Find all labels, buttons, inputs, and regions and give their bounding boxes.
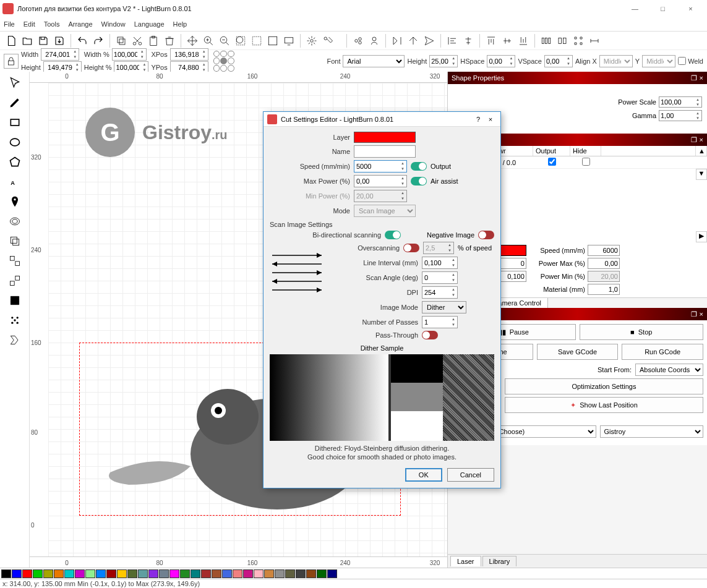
- delete-button[interactable]: [162, 33, 177, 48]
- alignx-select[interactable]: Middle: [599, 55, 633, 67]
- save-gcode-button[interactable]: Save GCode: [537, 344, 619, 360]
- palette-color-0[interactable]: [1, 569, 11, 578]
- paste-button[interactable]: [146, 33, 161, 48]
- dlg-bidir-toggle[interactable]: [385, 231, 401, 239]
- array-tool[interactable]: [6, 312, 24, 329]
- offset-tool[interactable]: [6, 213, 24, 230]
- minimize-button[interactable]: —: [621, 0, 649, 17]
- menu-tools[interactable]: Tools: [44, 20, 60, 28]
- dialog-ok-button[interactable]: OK: [405, 468, 442, 482]
- palette-color-31[interactable]: [327, 569, 337, 578]
- align-bottom-button[interactable]: [516, 33, 531, 48]
- align-top-button[interactable]: [484, 33, 499, 48]
- palette-color-6[interactable]: [64, 569, 74, 578]
- palette-color-8[interactable]: [85, 569, 95, 578]
- close-panel-icon[interactable]: ×: [700, 136, 703, 144]
- zoom-out-button[interactable]: [217, 33, 232, 48]
- flip-v-button[interactable]: [406, 33, 421, 48]
- palette-color-3[interactable]: [33, 569, 43, 578]
- rect-tool[interactable]: [6, 114, 24, 131]
- device-choose-select[interactable]: (Choose): [492, 425, 596, 438]
- layer-up-button[interactable]: ▲: [696, 146, 707, 156]
- close-panel-icon[interactable]: ×: [700, 310, 703, 318]
- device-name-select[interactable]: Gistroy: [600, 425, 704, 438]
- layer-right-button[interactable]: ▶: [696, 231, 707, 242]
- edit-nodes-tool[interactable]: [6, 272, 24, 289]
- palette-color-13[interactable]: [138, 569, 148, 578]
- dlg-neg-toggle[interactable]: [478, 231, 494, 239]
- palette-color-27[interactable]: [285, 569, 295, 578]
- aligny-select[interactable]: Middle: [642, 55, 675, 67]
- palette-color-20[interactable]: [212, 569, 221, 578]
- palette-color-26[interactable]: [275, 569, 285, 578]
- pan-button[interactable]: [185, 33, 200, 48]
- zoom-frame-button[interactable]: [233, 33, 248, 48]
- shape-properties-header[interactable]: Shape Properties ❐×: [448, 72, 707, 84]
- dlg-imgmode-select[interactable]: Dither: [422, 301, 466, 313]
- copy-button[interactable]: [114, 33, 129, 48]
- align-center-button[interactable]: [461, 33, 476, 48]
- draw-tool[interactable]: [6, 94, 24, 111]
- pmax-input[interactable]: [588, 258, 620, 269]
- settings-button[interactable]: [304, 33, 319, 48]
- undock-icon[interactable]: ❐: [691, 310, 697, 318]
- distribute-h-button[interactable]: [539, 33, 554, 48]
- stop-button[interactable]: ■Stop: [580, 324, 704, 340]
- palette-color-21[interactable]: [222, 569, 232, 578]
- speed-input[interactable]: [588, 245, 620, 256]
- pmin-input[interactable]: [588, 271, 620, 282]
- marker-tool[interactable]: [6, 193, 24, 210]
- zoom-in-button[interactable]: [201, 33, 216, 48]
- menu-file[interactable]: File: [4, 20, 15, 28]
- palette-color-23[interactable]: [243, 569, 253, 578]
- palette-color-25[interactable]: [264, 569, 274, 578]
- font-select[interactable]: Arial: [343, 55, 405, 67]
- menu-window[interactable]: Window: [101, 20, 126, 28]
- send-button[interactable]: [422, 33, 437, 48]
- tab-laser[interactable]: Laser: [450, 556, 481, 566]
- weld-checkbox[interactable]: [678, 57, 686, 65]
- palette-color-19[interactable]: [201, 569, 211, 578]
- new-file-button[interactable]: [4, 33, 19, 48]
- polygon-tool[interactable]: [6, 153, 24, 171]
- menu-edit[interactable]: Edit: [24, 20, 35, 28]
- palette-color-16[interactable]: [169, 569, 179, 578]
- palette-color-24[interactable]: [254, 569, 264, 578]
- palette-color-29[interactable]: [306, 569, 316, 578]
- optimization-button[interactable]: Optimization Settings: [505, 378, 703, 394]
- anchor-grid[interactable]: [213, 51, 234, 72]
- menu-help[interactable]: Help: [173, 20, 187, 28]
- dlg-passthru-toggle[interactable]: [422, 331, 438, 339]
- text-tool[interactable]: A: [6, 173, 24, 190]
- palette-color-9[interactable]: [96, 569, 106, 578]
- zoom-selection-button[interactable]: [249, 33, 264, 48]
- show-last-button[interactable]: ✦Show Last Position: [505, 397, 703, 413]
- palette-color-12[interactable]: [127, 569, 137, 578]
- undock-icon[interactable]: ❐: [691, 136, 697, 144]
- palette-color-10[interactable]: [106, 569, 116, 578]
- undo-button[interactable]: [75, 33, 90, 48]
- palette-color-15[interactable]: [159, 569, 169, 578]
- redo-button[interactable]: [91, 33, 106, 48]
- select-tool[interactable]: [6, 74, 24, 92]
- save-button[interactable]: [36, 33, 51, 48]
- path-tool[interactable]: [6, 331, 24, 349]
- undock-icon[interactable]: ❐: [691, 74, 697, 82]
- boolean-tool[interactable]: [6, 232, 24, 250]
- group-button[interactable]: [351, 33, 366, 48]
- ungroup-button[interactable]: [367, 33, 382, 48]
- palette-color-18[interactable]: [191, 569, 200, 578]
- node-edit-tool[interactable]: [6, 252, 24, 270]
- dlg-name-input[interactable]: [354, 145, 416, 158]
- arrange-button[interactable]: [571, 33, 586, 48]
- dlg-output-toggle[interactable]: [411, 162, 427, 171]
- maximize-button[interactable]: □: [649, 0, 677, 17]
- palette-color-2[interactable]: [22, 569, 32, 578]
- run-gcode-button[interactable]: Run GCode: [622, 344, 703, 360]
- align-left-button[interactable]: [445, 33, 460, 48]
- palette-color-11[interactable]: [117, 569, 127, 578]
- start-from-select[interactable]: Absolute Coords: [635, 364, 703, 376]
- dialog-cancel-button[interactable]: Cancel: [447, 468, 494, 482]
- palette-color-14[interactable]: [148, 569, 158, 578]
- layer-hide-checkbox[interactable]: [582, 158, 590, 166]
